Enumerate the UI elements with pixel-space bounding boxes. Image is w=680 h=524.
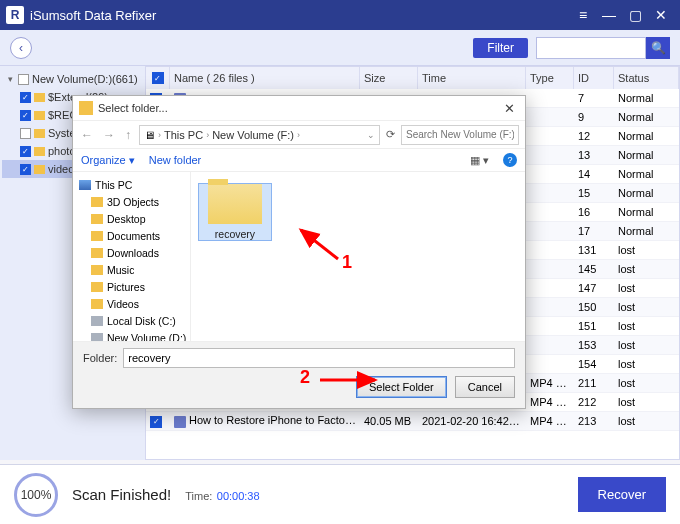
organize-button[interactable]: Organize ▾ bbox=[81, 154, 135, 167]
progress-circle: 100% bbox=[14, 473, 58, 517]
close-button[interactable]: ✕ bbox=[648, 2, 674, 28]
cell-id: 14 bbox=[574, 168, 614, 180]
maximize-button[interactable]: ▢ bbox=[622, 2, 648, 28]
generic-icon bbox=[91, 265, 103, 275]
chevron-down-icon[interactable]: ⌄ bbox=[367, 130, 375, 140]
search-button[interactable]: 🔍 bbox=[646, 37, 670, 59]
cell-status: Normal bbox=[614, 206, 679, 218]
breadcrumb-seg[interactable]: This PC bbox=[164, 129, 203, 141]
generic-icon bbox=[91, 197, 103, 207]
tree-root[interactable]: ▾ New Volume(D:)(661) bbox=[2, 70, 143, 88]
cell-status: Normal bbox=[614, 225, 679, 237]
dialog-tree-item[interactable]: New Volume (D:) bbox=[75, 329, 188, 341]
dialog-tree-label: New Volume (D:) bbox=[107, 332, 186, 342]
menu-icon[interactable]: ≡ bbox=[570, 2, 596, 28]
dialog-tree-item[interactable]: Desktop bbox=[75, 210, 188, 227]
search-input[interactable] bbox=[536, 37, 646, 59]
checkbox[interactable]: ✓ bbox=[20, 164, 31, 175]
dialog-tree-item[interactable]: Pictures bbox=[75, 278, 188, 295]
nav-back-icon[interactable]: ← bbox=[79, 128, 95, 142]
checkbox[interactable] bbox=[18, 74, 29, 85]
dialog-tree-item[interactable]: Documents bbox=[75, 227, 188, 244]
dialog-tree-label: Downloads bbox=[107, 247, 159, 259]
cell-size: 40.05 MB bbox=[360, 415, 418, 427]
cell-id: 16 bbox=[574, 206, 614, 218]
dialog-tree: This PC3D ObjectsDesktopDocumentsDownloa… bbox=[73, 172, 191, 341]
dialog-tree-item[interactable]: Music bbox=[75, 261, 188, 278]
col-time[interactable]: Time bbox=[418, 67, 526, 89]
dialog-search-input[interactable] bbox=[401, 125, 519, 145]
cell-id: 145 bbox=[574, 263, 614, 275]
breadcrumb-seg[interactable]: New Volume (F:) bbox=[212, 129, 294, 141]
time-value: 00:00:38 bbox=[217, 490, 260, 502]
cell-id: 9 bbox=[574, 111, 614, 123]
help-icon[interactable]: ? bbox=[503, 153, 517, 167]
collapse-icon[interactable]: ▾ bbox=[6, 74, 15, 84]
view-mode-icon[interactable]: ▦ ▾ bbox=[470, 154, 489, 167]
dialog-tree-label: Local Disk (C:) bbox=[107, 315, 176, 327]
folder-field-input[interactable] bbox=[123, 348, 515, 368]
folder-icon bbox=[34, 147, 45, 156]
minimize-button[interactable]: — bbox=[596, 2, 622, 28]
col-id[interactable]: ID bbox=[574, 67, 614, 89]
title-bar: R iSumsoft Data Refixer ≡ — ▢ ✕ bbox=[0, 0, 680, 30]
dialog-tree-label: Videos bbox=[107, 298, 139, 310]
filter-button[interactable]: Filter bbox=[473, 38, 528, 58]
pc-icon: 🖥 bbox=[144, 129, 155, 141]
checkbox[interactable]: ✓ bbox=[20, 146, 31, 157]
cell-id: 211 bbox=[574, 377, 614, 389]
drive-icon bbox=[91, 316, 103, 326]
generic-icon bbox=[91, 214, 103, 224]
generic-icon bbox=[91, 231, 103, 241]
cell-status: Normal bbox=[614, 187, 679, 199]
cancel-button[interactable]: Cancel bbox=[455, 376, 515, 398]
app-title: iSumsoft Data Refixer bbox=[30, 8, 570, 23]
checkbox[interactable]: ✓ bbox=[20, 92, 31, 103]
table-row[interactable]: ✓ How to Restore iPhone to Factory Setti… bbox=[146, 412, 679, 431]
breadcrumb[interactable]: 🖥 › This PC › New Volume (F:) › ⌄ bbox=[139, 125, 380, 145]
back-button[interactable]: ‹ bbox=[10, 37, 32, 59]
cell-id: 147 bbox=[574, 282, 614, 294]
col-name[interactable]: Name ( 26 files ) bbox=[170, 67, 360, 89]
new-folder-button[interactable]: New folder bbox=[149, 154, 202, 166]
folder-item-recovery[interactable]: recovery bbox=[199, 184, 271, 240]
cell-status: Normal bbox=[614, 130, 679, 142]
folder-icon bbox=[208, 184, 262, 224]
cell-status: Normal bbox=[614, 168, 679, 180]
scan-status: Scan Finished! bbox=[72, 486, 171, 503]
dialog-content[interactable]: recovery bbox=[191, 172, 525, 341]
dialog-tree-item[interactable]: 3D Objects bbox=[75, 193, 188, 210]
col-size[interactable]: Size bbox=[360, 67, 418, 89]
cell-status: lost bbox=[614, 396, 679, 408]
dialog-tree-item[interactable]: Downloads bbox=[75, 244, 188, 261]
folder-icon bbox=[79, 101, 93, 115]
nav-forward-icon[interactable]: → bbox=[101, 128, 117, 142]
refresh-icon[interactable]: ⟳ bbox=[386, 128, 395, 141]
dialog-tree-label: This PC bbox=[95, 179, 132, 191]
checkbox[interactable]: ✓ bbox=[20, 110, 31, 121]
dialog-tree-item[interactable]: This PC bbox=[75, 176, 188, 193]
cell-type: MP4 File bbox=[526, 415, 574, 427]
recover-button[interactable]: Recover bbox=[578, 477, 666, 512]
checkbox[interactable] bbox=[20, 128, 31, 139]
folder-field-label: Folder: bbox=[83, 352, 117, 364]
dialog-close-button[interactable]: ✕ bbox=[499, 101, 519, 116]
cell-status: lost bbox=[614, 282, 679, 294]
col-status[interactable]: Status bbox=[614, 67, 679, 89]
cell-type: MP4 File bbox=[526, 377, 574, 389]
file-icon bbox=[174, 416, 186, 428]
col-type[interactable]: Type bbox=[526, 67, 574, 89]
dialog-tree-item[interactable]: Videos bbox=[75, 295, 188, 312]
drive-icon bbox=[91, 333, 103, 342]
select-folder-button[interactable]: Select Folder bbox=[356, 376, 447, 398]
header-checkbox[interactable]: ✓ bbox=[152, 72, 164, 84]
cell-type: MP4 File bbox=[526, 396, 574, 408]
cell-id: 13 bbox=[574, 149, 614, 161]
generic-icon bbox=[91, 248, 103, 258]
select-folder-dialog: Select folder... ✕ ← → ↑ 🖥 › This PC › N… bbox=[72, 95, 526, 409]
dialog-tree-item[interactable]: Local Disk (C:) bbox=[75, 312, 188, 329]
row-checkbox[interactable]: ✓ bbox=[150, 416, 162, 428]
cell-id: 151 bbox=[574, 320, 614, 332]
folder-icon bbox=[34, 111, 45, 120]
nav-up-icon[interactable]: ↑ bbox=[123, 128, 133, 142]
